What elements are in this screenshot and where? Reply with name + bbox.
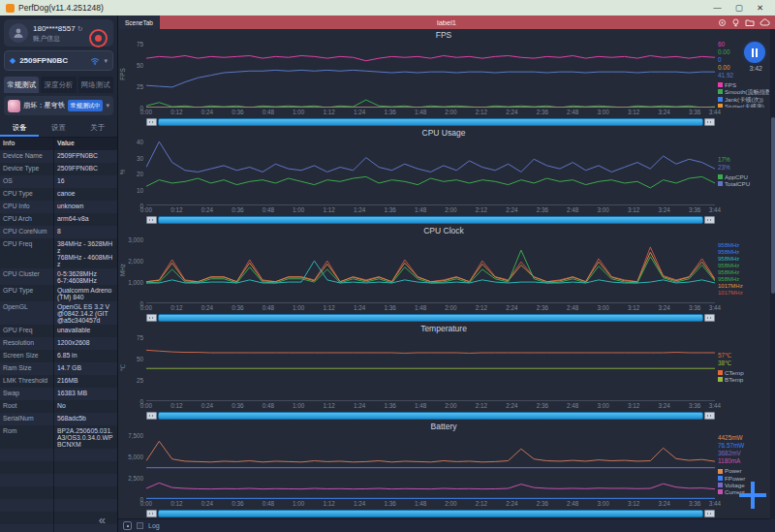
current-value: 38℃	[718, 360, 769, 367]
series-Core3	[146, 250, 715, 283]
scrollbar-track[interactable]	[158, 118, 703, 126]
device-selector[interactable]: ◆ 2509FPN0BC ▾	[4, 50, 113, 71]
current-value: 958MHz	[718, 269, 769, 276]
info-key: CPU CoreNum	[0, 226, 54, 238]
log-checkbox[interactable]	[137, 522, 143, 529]
tab-network-test[interactable]: 网络测试	[78, 77, 113, 93]
record-stop-button[interactable]	[89, 29, 108, 47]
scene-tab[interactable]: SceneTab	[118, 16, 160, 29]
chart-battery: Battery02,5005,0007,5004425mW76.57mW3682…	[118, 421, 769, 518]
pause-button[interactable]	[744, 42, 765, 63]
account-card: 180****8557 ↻ 账户信息	[4, 19, 113, 47]
scrollbar-track[interactable]	[158, 216, 703, 224]
legend-swatch	[718, 377, 723, 382]
maximize-button[interactable]: ▢	[735, 3, 743, 13]
scrollbar-left-handle[interactable]	[146, 314, 157, 322]
sidebar-collapse-button[interactable]: «	[99, 514, 106, 526]
chart-title-cpu-usage: CPU Usage	[118, 127, 769, 138]
plot-canvas[interactable]	[146, 138, 715, 205]
perfdog-logo-icon	[6, 4, 15, 13]
scrollbar-left-handle[interactable]	[146, 216, 157, 224]
chart-legend: CTempBTemp	[718, 369, 769, 384]
legend-item: Stutter(卡顿率)	[718, 103, 769, 108]
chart-title-battery: Battery	[118, 421, 769, 431]
info-key: GPU Freq	[0, 325, 54, 337]
app-name: 崩坏：星穹铁道	[23, 101, 65, 110]
current-values: 958MHz958MHz958MHz958MHz958MHz958MHz1017…	[718, 242, 769, 297]
plot-canvas[interactable]	[146, 333, 715, 401]
table-row: CPU Cluster0-5:3628MHz 6-7:4608MHz	[0, 268, 117, 285]
scrollbar-track[interactable]	[158, 314, 703, 322]
plot-canvas[interactable]	[146, 235, 715, 303]
table-row: RootNo	[0, 400, 117, 413]
legend-item: FPS	[718, 81, 769, 88]
current-value: 1180mA	[718, 457, 769, 465]
locate-icon[interactable]	[718, 18, 727, 27]
series-TotalCPU	[146, 141, 715, 172]
log-panel-icon[interactable]	[123, 521, 132, 530]
chart-title-temperature: Temperature	[118, 323, 769, 333]
time-range-scrollbar[interactable]	[146, 313, 715, 322]
x-axis-ticks: 0:000:120:240:360:481:001:121:241:361:48…	[146, 401, 715, 411]
info-value: No	[54, 400, 117, 413]
info-value: unavailable	[54, 325, 117, 337]
y-axis-label	[118, 431, 127, 499]
minimize-button[interactable]: —	[713, 3, 722, 13]
folder-icon[interactable]	[745, 18, 755, 27]
scene-label: label1	[118, 18, 775, 27]
legend-item: Smooth(流畅指数)	[718, 88, 769, 95]
wifi-icon	[90, 57, 100, 65]
chart-legend: FPSSmooth(流畅指数)Jank(卡顿(次))Stutter(卡顿率)1%…	[718, 81, 769, 108]
scrollbar-right-handle[interactable]	[704, 118, 715, 126]
cloud-icon[interactable]	[760, 18, 770, 27]
info-key: CPU Arch	[0, 213, 54, 226]
time-range-scrollbar[interactable]	[146, 117, 715, 126]
legend-item: Power	[718, 467, 769, 474]
scrollbar-right-handle[interactable]	[704, 412, 715, 420]
info-value: arm64-v8a	[54, 213, 117, 226]
legend-item: BTemp	[718, 376, 769, 383]
tab-device[interactable]: 设备	[0, 120, 39, 137]
elapsed-time: 3:42	[749, 65, 762, 72]
scrollbar-right-handle[interactable]	[704, 314, 715, 322]
time-range-scrollbar[interactable]	[146, 215, 715, 224]
time-range-scrollbar[interactable]	[146, 509, 715, 517]
scrollbar-track[interactable]	[158, 510, 703, 517]
table-row: CPU Typecanoe	[0, 188, 117, 201]
series-Power	[146, 441, 715, 461]
scrollbar-left-handle[interactable]	[146, 118, 157, 126]
scrollbar-track[interactable]	[158, 412, 703, 420]
time-range-scrollbar[interactable]	[146, 411, 715, 420]
add-chart-button[interactable]	[739, 482, 766, 509]
current-values: 17%23%	[718, 156, 769, 172]
legend-item: CTemp	[718, 369, 769, 376]
info-key: Resolution	[0, 337, 54, 350]
table-header-row: InfoValue	[0, 138, 117, 150]
tab-settings[interactable]: 设置	[39, 120, 78, 137]
refresh-icon[interactable]: ↻	[78, 25, 83, 32]
scrollbar-left-handle[interactable]	[146, 412, 157, 420]
scrollbar-right-handle[interactable]	[704, 510, 715, 517]
legend-item: Jank(卡顿(次))	[718, 96, 769, 103]
target-app-selector[interactable]: 崩坏：星穹铁道 常规测试中 ▾	[4, 96, 113, 115]
scrollbar-left-handle[interactable]	[146, 510, 157, 517]
plot-canvas[interactable]	[146, 431, 715, 499]
scrollbar-right-handle[interactable]	[704, 216, 715, 224]
current-value: 958MHz	[718, 263, 769, 269]
vertical-scrollbar[interactable]	[770, 29, 775, 519]
tab-deep-analysis[interactable]: 深度分析	[41, 77, 76, 93]
bulb-icon[interactable]	[731, 18, 740, 27]
table-row: OS16	[0, 175, 117, 188]
plot-canvas[interactable]	[146, 40, 715, 108]
plot-area	[146, 235, 715, 303]
account-info-link[interactable]: 账户信息	[33, 34, 83, 43]
info-key: CPU Info	[0, 201, 54, 213]
legend-swatch	[718, 469, 723, 474]
user-avatar[interactable]	[9, 23, 28, 43]
vertical-scrollbar-thumb[interactable]	[771, 117, 775, 294]
close-button[interactable]: ✕	[757, 3, 763, 13]
info-key: Device Name	[0, 150, 54, 163]
tab-about[interactable]: 关于	[78, 120, 117, 137]
table-filler-row	[0, 474, 117, 486]
tab-regular-test[interactable]: 常规测试	[4, 77, 39, 93]
